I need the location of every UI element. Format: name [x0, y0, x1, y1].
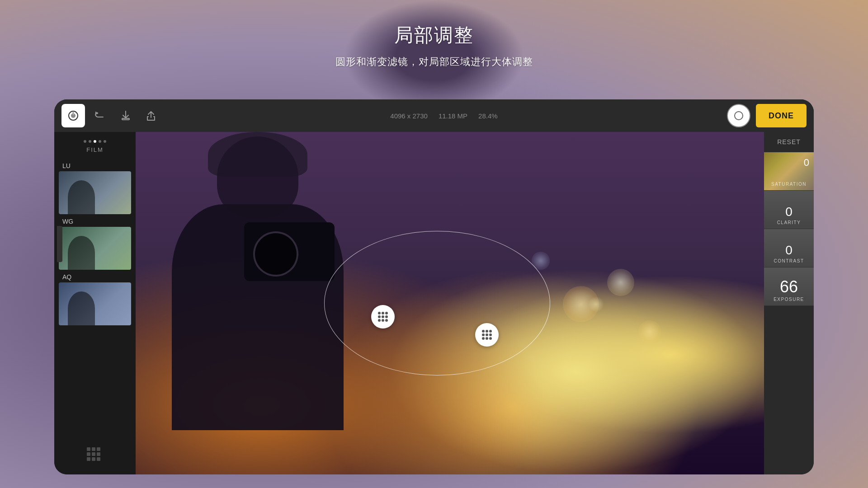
bokeh-light-3 — [532, 252, 550, 270]
panel-saturation[interactable]: 0 SATURATION — [764, 152, 814, 191]
panel-contrast[interactable]: 0 CONTRAST — [764, 229, 814, 267]
handle-center-dots — [378, 312, 388, 322]
dot-5 — [104, 140, 106, 143]
page-header: 局部调整 圆形和渐变滤镜，对局部区域进行大体调整 — [335, 23, 533, 69]
svg-rect-2 — [122, 118, 129, 120]
clarity-label: CLARITY — [777, 220, 801, 225]
circle-mode-button[interactable] — [727, 104, 750, 127]
dot-1 — [84, 140, 86, 143]
bokeh-light-2 — [607, 269, 634, 296]
filter-thumb-lu — [59, 171, 131, 214]
main-content: FILM LU WG AQ — [54, 132, 814, 474]
handle-edge-dot-8 — [486, 337, 488, 340]
exposure-label: EXPOSURE — [774, 297, 804, 302]
filter-label-aq: AQ — [59, 272, 131, 282]
handle-dot-3 — [385, 312, 388, 314]
handle-edge-dot-2 — [486, 330, 488, 333]
handle-dot-6 — [385, 315, 388, 318]
page-title: 局部调整 — [335, 23, 533, 48]
toolbar-right-group: DONE — [727, 104, 807, 127]
download-button[interactable] — [116, 106, 136, 126]
handle-edge[interactable] — [475, 323, 499, 347]
filter-label-lu: LU — [59, 160, 131, 171]
handle-dot-8 — [382, 319, 384, 322]
clarity-value: 0 — [785, 206, 793, 218]
saturation-value: 0 — [804, 157, 809, 169]
svg-point-3 — [735, 112, 743, 120]
filter-thumb-person-wg — [68, 236, 95, 270]
panel-right: RESET 0 SATURATION 0 CLARITY 0 CONTRAST … — [764, 132, 814, 474]
filter-thumb-person-lu — [68, 180, 95, 214]
saturation-label: SATURATION — [771, 182, 807, 187]
handle-dot-7 — [378, 319, 381, 322]
handle-edge-dot-5 — [486, 333, 488, 336]
sidebar-camera-icon — [81, 442, 108, 469]
share-icon — [145, 109, 157, 122]
handle-edge-dot-4 — [482, 333, 485, 336]
done-button[interactable]: DONE — [756, 104, 807, 127]
film-label: FILM — [86, 146, 104, 153]
side-button-volume[interactable] — [57, 226, 62, 262]
image-megapixels: 11.18 MP — [439, 112, 467, 120]
panel-exposure[interactable]: 66 EXPOSURE — [764, 267, 814, 306]
dot-2 — [89, 140, 91, 143]
sidebar-left: FILM LU WG AQ — [54, 132, 136, 474]
reset-button[interactable]: RESET — [764, 132, 814, 152]
filter-item-wg[interactable]: WG — [59, 216, 131, 270]
contrast-value: 0 — [785, 244, 793, 257]
handle-dot-9 — [385, 319, 388, 322]
handle-edge-dot-9 — [489, 337, 492, 340]
share-button[interactable] — [141, 106, 161, 126]
filter-label-wg: WG — [59, 216, 131, 227]
handle-dot-4 — [378, 315, 381, 318]
filter-thumb-person-aq — [68, 291, 95, 325]
circle-outline-icon — [733, 110, 744, 121]
image-zoom: 28.4% — [478, 112, 498, 120]
handle-edge-dot-3 — [489, 330, 492, 333]
filter-thumb-wg — [59, 227, 131, 270]
camera-lens — [253, 231, 298, 277]
bokeh-light-4 — [638, 320, 661, 343]
download-icon — [119, 109, 132, 122]
handle-dot-2 — [382, 312, 384, 314]
image-dimensions: 4096 x 2730 — [390, 112, 428, 120]
toolbar-center-info: 4096 x 2730 11.18 MP 28.4% — [166, 112, 722, 120]
undo-button[interactable] — [90, 106, 110, 126]
handle-edge-dot-7 — [482, 337, 485, 340]
toolbar: 4096 x 2730 11.18 MP 28.4% DONE — [54, 99, 814, 132]
filter-item-lu[interactable]: LU — [59, 160, 131, 214]
page-subtitle: 圆形和渐变滤镜，对局部区域进行大体调整 — [335, 55, 533, 69]
exposure-value: 66 — [780, 279, 798, 295]
layers-icon — [67, 109, 80, 122]
handle-edge-dot-1 — [482, 330, 485, 333]
filter-item-aq[interactable]: AQ — [59, 272, 131, 325]
dot-4 — [99, 140, 101, 143]
handle-dot-1 — [378, 312, 381, 314]
handle-edge-dots — [482, 330, 492, 340]
handle-center[interactable] — [371, 305, 395, 328]
panel-clarity[interactable]: 0 CLARITY — [764, 191, 814, 229]
film-dots-indicator — [84, 137, 106, 143]
toolbar-left-group — [61, 104, 161, 127]
undo-icon — [94, 109, 107, 122]
photo-canvas[interactable] — [136, 132, 764, 474]
dot-3 — [94, 140, 96, 143]
handle-edge-dot-6 — [489, 333, 492, 336]
handle-dot-5 — [382, 315, 384, 318]
device-frame: 4096 x 2730 11.18 MP 28.4% DONE — [54, 99, 814, 474]
layers-button[interactable] — [61, 104, 85, 127]
contrast-label: CONTRAST — [774, 258, 804, 263]
bokeh-light-5 — [588, 296, 604, 312]
filter-thumb-aq — [59, 282, 131, 325]
camera-grid-icon — [87, 447, 103, 464]
